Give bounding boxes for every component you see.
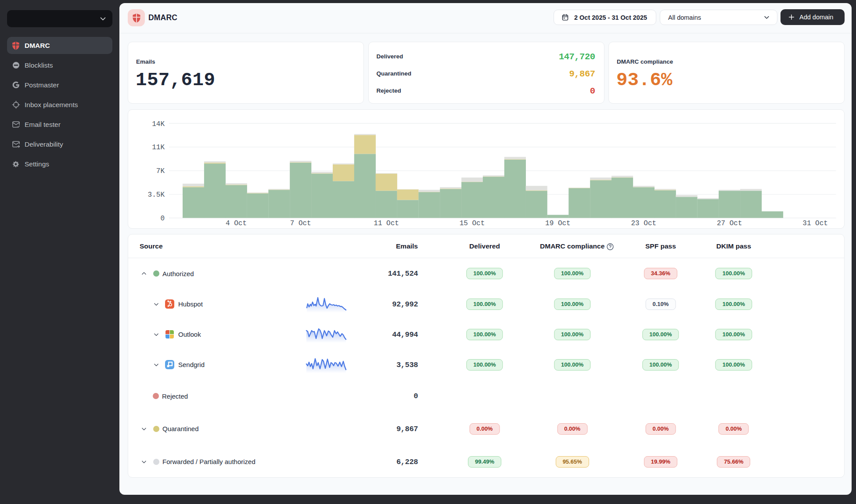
svg-text:11K: 11K xyxy=(152,144,165,151)
svg-text:31 Oct: 31 Oct xyxy=(802,220,828,227)
svg-text:4 Oct: 4 Oct xyxy=(226,220,247,227)
svg-text:3.5K: 3.5K xyxy=(148,191,165,199)
svg-text:7K: 7K xyxy=(156,167,165,175)
svg-text:11 Oct: 11 Oct xyxy=(374,220,399,227)
svg-text:27 Oct: 27 Oct xyxy=(717,220,742,227)
svg-text:15 Oct: 15 Oct xyxy=(460,220,485,227)
svg-text:0: 0 xyxy=(160,215,165,223)
svg-text:19 Oct: 19 Oct xyxy=(545,220,571,227)
svg-text:23 Oct: 23 Oct xyxy=(631,220,656,227)
svg-text:14K: 14K xyxy=(152,120,165,128)
svg-text:7 Oct: 7 Oct xyxy=(290,220,311,227)
